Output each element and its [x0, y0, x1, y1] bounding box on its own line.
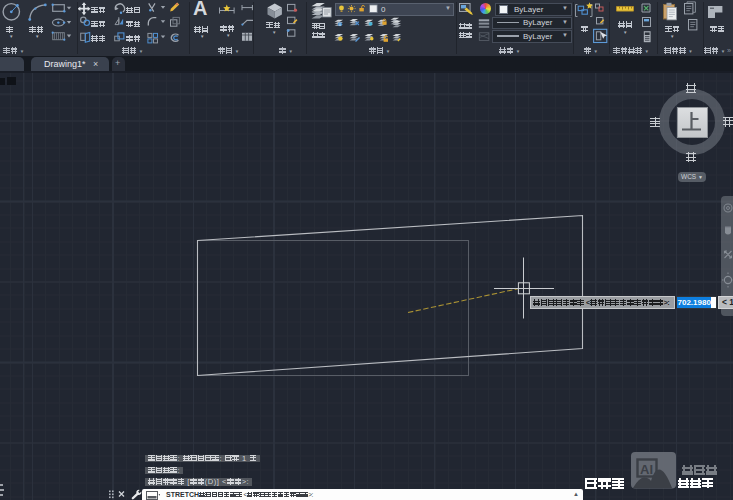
svg-text:AI: AI — [640, 462, 653, 477]
